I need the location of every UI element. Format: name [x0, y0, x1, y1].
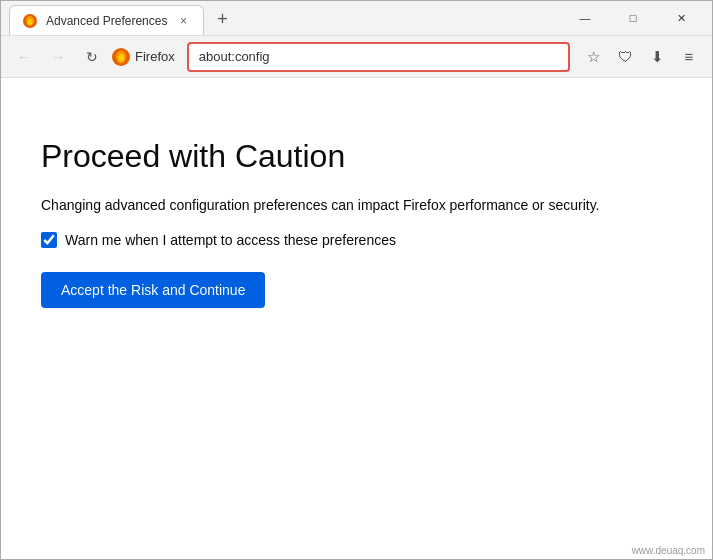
download-button[interactable]: ⬇	[642, 42, 672, 72]
bookmark-icon: ☆	[587, 48, 600, 66]
watermark: www.deuaq.com	[632, 545, 705, 556]
close-button[interactable]: ✕	[658, 5, 704, 31]
page-title: Proceed with Caution	[41, 138, 672, 175]
active-tab[interactable]: Advanced Preferences ×	[9, 5, 204, 35]
warn-checkbox-input[interactable]	[41, 232, 57, 248]
tab-title: Advanced Preferences	[46, 14, 167, 28]
accept-risk-button[interactable]: Accept the Risk and Continue	[41, 272, 265, 308]
warn-checkbox-label[interactable]: Warn me when I attempt to access these p…	[65, 232, 396, 248]
page-content: Proceed with Caution Changing advanced c…	[1, 78, 712, 559]
tabs-area: Advanced Preferences × +	[1, 5, 562, 35]
firefox-logo-icon	[111, 47, 131, 67]
maximize-button[interactable]: □	[610, 5, 656, 31]
firefox-label: Firefox	[135, 49, 175, 64]
back-button[interactable]: ←	[9, 42, 39, 72]
download-icon: ⬇	[651, 48, 664, 66]
tab-close-button[interactable]: ×	[175, 13, 191, 29]
warning-text: Changing advanced configuration preferen…	[41, 195, 672, 216]
menu-button[interactable]: ≡	[674, 42, 704, 72]
reload-button[interactable]: ↻	[77, 42, 107, 72]
new-tab-button[interactable]: +	[208, 5, 236, 33]
back-icon: ←	[17, 49, 31, 65]
reload-icon: ↻	[86, 49, 98, 65]
window-controls: — □ ✕	[562, 5, 704, 31]
warn-checkbox-row: Warn me when I attempt to access these p…	[41, 232, 672, 248]
toolbar: ← → ↻ Firefox ☆ 🛡 ⬇ ≡	[1, 36, 712, 78]
minimize-button[interactable]: —	[562, 5, 608, 31]
title-bar: Advanced Preferences × + — □ ✕	[1, 1, 712, 36]
shield-button[interactable]: 🛡	[610, 42, 640, 72]
forward-icon: →	[51, 49, 65, 65]
svg-point-2	[28, 19, 33, 25]
address-bar-input[interactable]	[187, 42, 570, 72]
tab-favicon-icon	[22, 13, 38, 29]
svg-point-5	[118, 54, 124, 62]
menu-icon: ≡	[685, 48, 694, 65]
shield-icon: 🛡	[618, 48, 633, 65]
toolbar-icons: ☆ 🛡 ⬇ ≡	[578, 42, 704, 72]
bookmark-button[interactable]: ☆	[578, 42, 608, 72]
browser-window: Advanced Preferences × + — □ ✕ ← → ↻ Fir…	[0, 0, 713, 560]
forward-button[interactable]: →	[43, 42, 73, 72]
